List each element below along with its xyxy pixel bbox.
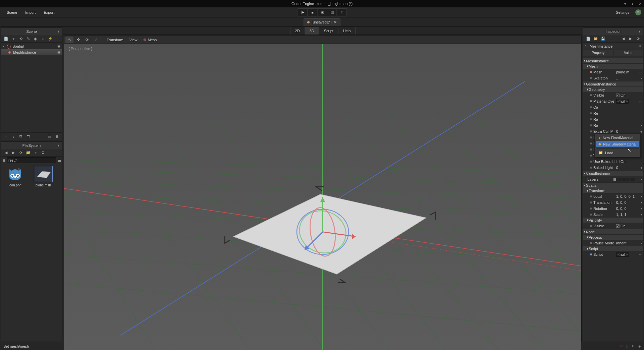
delete-icon[interactable]: 🗑 (53, 133, 61, 139)
close-tab-icon[interactable]: ✕ (334, 20, 337, 24)
prop-local[interactable]: Local1, 0, 0, 0, 1,▾ (583, 193, 643, 199)
prop-skeleton[interactable]: Skeleton ..▾ (583, 75, 643, 81)
close-window-icon[interactable]: ✕ (638, 2, 642, 6)
insp-forward-icon[interactable]: ▶ (627, 36, 634, 42)
new-node-icon[interactable]: 📄 (2, 36, 10, 42)
section-visualinstance[interactable]: ▾VisualInstance (583, 171, 643, 176)
inspector-panel-header[interactable]: Inspector ▼ (583, 28, 643, 35)
fs-item-icon-png[interactable]: ☆ icon.png (3, 166, 27, 187)
filesystem-panel-header[interactable]: FileSystem ▼ (1, 142, 62, 149)
debug-button[interactable]: ⟟ (337, 8, 347, 16)
scene-node-spatial[interactable]: ▾ ◯ Spatial ◉ (1, 43, 62, 49)
prop-range[interactable]: Ra (583, 116, 643, 122)
add-node-icon[interactable]: ＋ (10, 36, 17, 42)
prop-use-baked[interactable]: Use Baked LiOn (583, 159, 643, 165)
prop-visible[interactable]: Visible On (583, 92, 643, 98)
insp-open-icon[interactable]: 📁 (592, 36, 599, 42)
subsection-visibility[interactable]: ▾Visibility (583, 218, 643, 223)
prop-range2[interactable]: Ra▾ (583, 122, 643, 128)
prop-visible2[interactable]: VisibleOn (583, 223, 643, 229)
prop-translation[interactable]: Translation0, 0, 0▾ (583, 199, 643, 206)
play-button[interactable]: ▶ (298, 8, 308, 16)
section-node[interactable]: ▾Node (583, 229, 643, 235)
tab-3d[interactable]: 3D (305, 27, 319, 35)
prop-pause-mode[interactable]: Pause ModeInherit▾ (583, 240, 643, 246)
insp-history-icon[interactable]: ⟳ (634, 36, 642, 42)
section-spatial[interactable]: ▾Spatial (583, 182, 643, 188)
update-spinner-icon[interactable]: ⟳ (635, 9, 641, 15)
connect-icon[interactable]: ◉ (32, 36, 39, 42)
expand-panel-icon[interactable]: ◈ (638, 344, 641, 348)
ctx-new-fixedmaterial[interactable]: ●New FixedMaterial (596, 135, 639, 141)
settings-button[interactable]: Settings (612, 9, 633, 16)
visibility-toggle-icon[interactable]: ◉ (57, 50, 61, 55)
fs-new-icon[interactable]: ＋ (32, 150, 39, 156)
reparent-icon[interactable]: ⇆ (24, 133, 32, 139)
gear-icon[interactable]: ⚙ (638, 44, 642, 48)
prop-script[interactable]: Script<null>▾ › (583, 251, 643, 257)
multi-edit-icon[interactable]: ☰ (46, 133, 53, 139)
tab-script[interactable]: Script (319, 27, 338, 35)
perspective-label[interactable]: [ Perspective ] (69, 47, 92, 51)
checkbox-icon[interactable] (616, 160, 620, 163)
prop-rotation[interactable]: Rotation0, 0, 0▾ (583, 206, 643, 212)
prop-scale[interactable]: Scale1, 1, 1▾ (583, 212, 643, 218)
insp-new-icon[interactable]: 📄 (585, 36, 592, 42)
fs-tree-toggle-icon[interactable]: ⊟ (2, 157, 5, 163)
document-tab[interactable]: [unsaved](*) ✕ (304, 18, 340, 26)
transform-menu[interactable]: Transform (104, 37, 126, 43)
prop-cast-shadow[interactable]: Ca (583, 104, 643, 110)
prop-layers[interactable]: Layers ▾ (583, 176, 643, 182)
menu-export[interactable]: Export (40, 9, 58, 16)
view-menu[interactable]: View (127, 37, 140, 43)
instance-icon[interactable]: ⟲ (17, 36, 24, 42)
prop-mesh[interactable]: Mesh plane.m▾ › (583, 69, 643, 75)
debugger-toggle-icon[interactable]: ⎙ (626, 344, 628, 348)
menu-import[interactable]: Import (21, 9, 40, 16)
checkbox-icon[interactable] (616, 94, 620, 97)
fs-path-input[interactable] (7, 157, 56, 163)
prop-material-override[interactable]: Material Ove <null>▾ › (583, 98, 643, 104)
anim-panel-icon[interactable]: ❄ (632, 344, 635, 348)
checkbox-icon[interactable] (616, 224, 620, 228)
subsection-script[interactable]: ▾Script (583, 246, 643, 251)
fs-folder-icon[interactable]: 📁 (24, 150, 32, 156)
groups-icon[interactable]: ⎓ (39, 36, 47, 42)
stop-button[interactable]: ■ (308, 8, 318, 16)
ctx-load[interactable]: 📁Load (596, 150, 639, 156)
move-down-icon[interactable]: ↓ (10, 133, 17, 139)
section-geometryinstance[interactable]: ▾GeometryInstance (583, 81, 643, 87)
scene-panel-header[interactable]: Scene ▼ (1, 28, 62, 35)
fs-back-icon[interactable]: ◀ (2, 150, 10, 156)
maximize-icon[interactable]: ▴ (631, 2, 635, 6)
favorite-icon[interactable]: ☆ (18, 167, 20, 170)
play-custom-button[interactable]: ▥ (327, 8, 337, 16)
move-up-icon[interactable]: ↑ (2, 133, 10, 139)
minimize-icon[interactable]: ▾ (623, 2, 627, 6)
menu-scene[interactable]: Scene (3, 9, 21, 16)
move-tool-icon[interactable]: ✥ (74, 37, 82, 43)
fs-listview-icon[interactable]: ☰ (58, 157, 61, 163)
section-meshinstance[interactable]: ▾MeshInstance (583, 58, 643, 64)
output-toggle-icon[interactable]: ⎚ (620, 344, 623, 348)
select-tool-icon[interactable]: ↖ (65, 37, 73, 43)
subsection-mesh[interactable]: ▾Mesh (583, 64, 643, 69)
tab-2d[interactable]: 2D (290, 27, 305, 35)
subsection-geometry[interactable]: ▾Geometry (583, 87, 643, 92)
prop-receive-shadow[interactable]: Re (583, 110, 643, 116)
scale-tool-icon[interactable]: ⤢ (92, 37, 100, 43)
visibility-toggle-icon[interactable]: ◉ (57, 44, 61, 49)
collapse-icon[interactable]: ▾ (2, 45, 5, 48)
fs-item-plane-msh[interactable]: plane.msh (31, 166, 55, 187)
insp-back-icon[interactable]: ◀ (620, 36, 627, 42)
ctx-new-shadermaterial[interactable]: ◆New ShaderMaterial (596, 141, 639, 147)
insp-save-icon[interactable]: 💾 (599, 36, 607, 42)
fs-settings-icon[interactable]: ⚙ (39, 150, 47, 156)
prop-baked-light[interactable]: Baked Light0◆ (583, 165, 643, 171)
subsection-process[interactable]: ▾Process (583, 235, 643, 240)
inspector-body[interactable]: ▾MeshInstance ▾Mesh Mesh plane.m▾ › Skel… (583, 58, 643, 341)
replace-icon[interactable]: ✎ (24, 36, 32, 42)
mesh-menu[interactable]: ⊕Mesh (141, 37, 159, 43)
3d-viewport[interactable]: [ Perspective ] (64, 44, 581, 350)
script-icon[interactable]: ⚡ (47, 36, 54, 42)
